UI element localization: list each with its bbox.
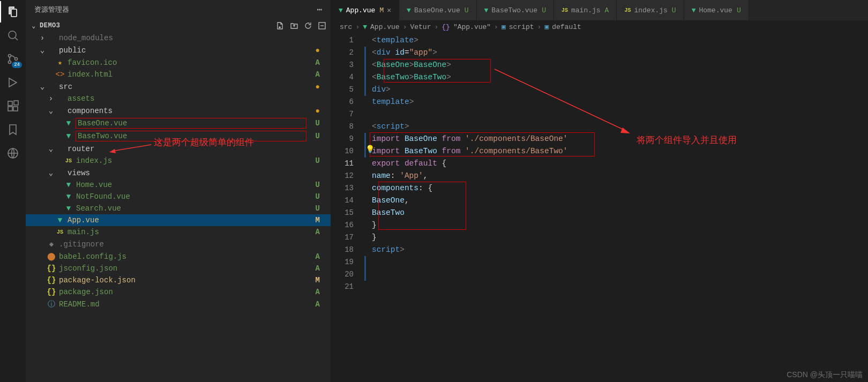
refresh-icon[interactable] [304,21,312,30]
tree-item[interactable]: ▼BaseTwo.vueU [26,130,331,143]
tree-item[interactable]: ▼Search.vueU [26,203,331,214]
source-control-icon[interactable]: 24 [5,51,20,66]
tree-item[interactable]: ▼NotFound.vueU [26,191,331,203]
tree-item[interactable]: ★favicon.icoA [26,56,331,69]
breadcrumb-item[interactable]: src [340,23,352,31]
tree-item[interactable]: ⌄router [26,143,331,155]
new-file-icon[interactable] [276,21,285,30]
bookmark-icon[interactable] [5,122,20,137]
watermark: CSDN @头顶一只喵喵 [787,370,863,380]
svg-rect-6 [13,107,18,111]
line-numbers: 123456789101112131415161718192021 [331,33,362,382]
breadcrumb-item[interactable]: Vetur [410,23,431,31]
tree-item[interactable]: JSmain.jsA [26,226,331,238]
more-icon[interactable]: ⋯ [317,4,322,15]
breadcrumb-item[interactable]: App.vue [370,23,400,31]
svg-marker-13 [620,128,630,133]
tree-item[interactable]: ⌄components● [26,104,331,117]
tree-item[interactable]: <>index.htmlA [26,69,331,80]
annotation-right: 将两个组件导入并且使用 [637,134,737,146]
fold-column [362,33,372,382]
tree-item[interactable]: ›node_modules [26,32,331,44]
breadcrumb-item[interactable]: "App.vue" [453,23,491,31]
editor-tab[interactable]: JSmain.jsA [554,0,617,20]
editor-tab[interactable]: JSindex.jsU [617,0,684,20]
code-content[interactable]: <template> <div id="app"> <BaseOne>BaseO… [372,33,568,382]
remote-icon[interactable] [5,146,20,161]
run-debug-icon[interactable] [5,75,20,90]
tree-item[interactable]: {}jsconfig.jsonA [26,263,331,274]
chevron-down-icon: ⌄ [30,22,38,30]
tree-item[interactable]: ⓘREADME.mdA [26,298,331,311]
tree-item[interactable]: ▼BaseOne.vueU [26,117,331,130]
collapse-icon[interactable] [318,21,326,30]
sidebar-title-text: 资源管理器 [34,5,69,14]
extensions-icon[interactable] [5,99,20,114]
breadcrumb[interactable]: src › ▼ App.vue › Vetur › {} "App.vue" ›… [331,20,868,33]
svg-point-0 [9,31,16,39]
project-header[interactable]: ⌄ DEMO3 [26,19,331,32]
new-folder-icon[interactable] [290,21,298,30]
tree-item[interactable]: ⌄views [26,167,331,179]
close-icon[interactable]: ✕ [387,6,391,14]
file-tree: ›node_modules⌄public●★favicon.icoA<>inde… [26,32,331,382]
tree-item[interactable]: {}package.jsonA [26,286,331,298]
explorer-sidebar: 资源管理器 ⋯ ⌄ DEMO3 ›node_modules⌄public●★fa… [26,0,331,382]
svg-point-3 [15,58,18,61]
project-name: DEMO3 [40,22,61,29]
activity-bar: 24 [0,0,26,382]
editor-tabs: ▼App.vueM✕▼BaseOne.vueU▼BaseTwo.vueUJSma… [331,0,868,20]
lightbulb-icon[interactable]: 💡 [365,145,375,154]
tree-item[interactable]: ⌄src● [26,80,331,93]
svg-rect-4 [8,101,12,106]
search-icon[interactable] [5,28,20,43]
tree-item[interactable]: JSindex.jsU [26,155,331,167]
svg-rect-7 [14,101,18,105]
editor-tab[interactable]: ▼App.vueM✕ [331,0,399,20]
breadcrumb-item[interactable]: default [552,23,581,31]
code-editor[interactable]: 123456789101112131415161718192021 <templ… [331,33,868,382]
tree-item[interactable]: ▼Home.vueU [26,179,331,191]
tree-item[interactable]: ⌄public● [26,44,331,56]
breadcrumb-item[interactable]: script [509,23,534,31]
tree-item[interactable]: {}package-lock.jsonM [26,274,331,286]
svg-rect-5 [8,107,12,111]
tree-item[interactable]: ▼App.vueM [26,214,331,226]
tree-item[interactable]: ⬤babel.config.jsA [26,250,331,263]
editor-tab[interactable]: ▼BaseOne.vueU [399,0,476,20]
editor-tab[interactable]: ▼Home.vueU [684,0,749,20]
tree-item[interactable]: ›assets [26,93,331,104]
editor-area: ▼App.vueM✕▼BaseOne.vueU▼BaseTwo.vueUJSma… [331,0,868,382]
explorer-icon[interactable] [5,4,20,19]
svg-point-2 [9,61,11,64]
scm-badge: 24 [12,62,22,68]
breadcrumb-sep: › [355,23,360,31]
tree-item[interactable]: ◆.gitignore [26,238,331,250]
svg-point-1 [9,55,11,57]
editor-tab[interactable]: ▼BaseTwo.vueU [477,0,554,20]
sidebar-title: 资源管理器 ⋯ [26,0,331,19]
